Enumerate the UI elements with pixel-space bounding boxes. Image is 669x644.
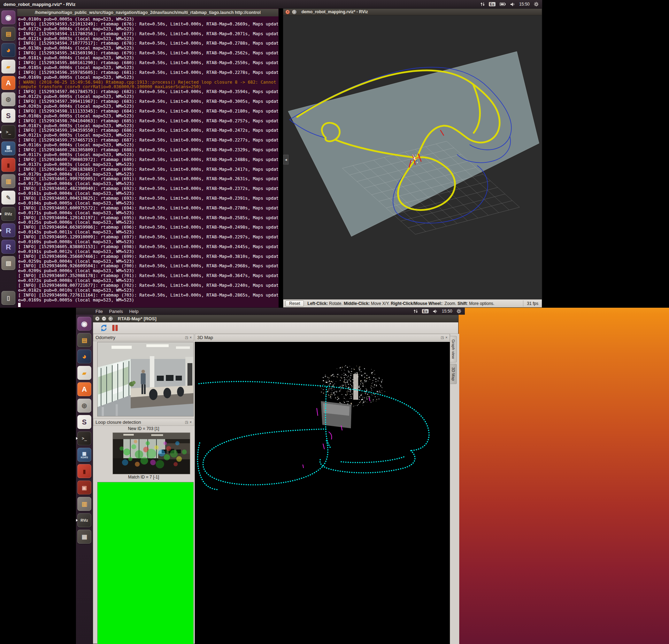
launcher-item-package-box[interactable]: ▧	[1, 256, 15, 270]
files-icon: ▤	[6, 31, 11, 37]
clock[interactable]: 15:50	[442, 309, 452, 314]
launcher-item-rviz[interactable]: RViz	[1, 207, 15, 221]
keyboard-indicator[interactable]: Es	[422, 309, 429, 313]
launcher-item-archive-cabinet[interactable]: ▥	[77, 497, 91, 511]
map3d-scene	[195, 342, 450, 644]
rviz-titlebar[interactable]: × ◻ demo_robot_mapping.rviz* - RViz	[283, 9, 542, 15]
slack-icon: S	[82, 419, 86, 426]
close-panel-icon[interactable]: ×	[190, 336, 192, 339]
software-center-icon: A	[6, 79, 11, 86]
match-id-label: Match ID = 7 [-1]	[93, 475, 194, 480]
launcher-item-slack[interactable]: S	[77, 415, 91, 429]
battery-icon[interactable]	[500, 2, 506, 6]
launcher-item-files[interactable]: ▤	[77, 333, 91, 347]
launcher-item-system-settings[interactable]: ⊛	[77, 399, 91, 413]
close-panel-icon[interactable]: ×	[190, 421, 192, 424]
launcher-item-firefox[interactable]: ◕	[77, 350, 91, 363]
launcher-item-kdiff3[interactable]: ▦KDiff3	[1, 141, 15, 155]
refresh-icon[interactable]	[100, 324, 108, 332]
session-gear-icon[interactable]	[456, 309, 461, 314]
tab-graph-view[interactable]: Graph view	[450, 336, 457, 362]
terminal-line: e=0.0125s pub=0.0006s (local map=523, WM…	[18, 220, 278, 225]
map3d-title: 3D Map	[197, 335, 213, 340]
close-button[interactable]: ×	[285, 10, 290, 14]
mouse-help-segment: : More options.	[467, 301, 494, 306]
launcher-item-libreoffice-impress[interactable]: ▰	[1, 60, 15, 74]
launcher-item-libreoffice-impress[interactable]: ▰	[77, 366, 91, 380]
float-panel-icon[interactable]: ◳	[185, 336, 188, 339]
launcher-item-ros-r-2[interactable]: R	[1, 240, 15, 254]
mouse-help-text: Left-Click: Rotate. Middle-Click: Move X…	[307, 301, 494, 306]
volume-icon[interactable]	[510, 2, 515, 7]
launcher-item-system-settings[interactable]: ⊛	[1, 92, 15, 106]
terminal-output[interactable]: e=0.0180s pub=0.0005s (local map=523, WM…	[18, 17, 278, 307]
rviz-label: RViz	[80, 519, 88, 522]
tab-3d-map[interactable]: 3D Map	[450, 364, 457, 384]
launcher-item-slack[interactable]: S	[1, 109, 15, 123]
rtabmap-toolbar	[93, 322, 458, 334]
menu-file[interactable]: File	[95, 309, 103, 314]
terminal-line: [ INFO] [1529934601.999795905]: rtabmap …	[18, 177, 278, 182]
volume-icon[interactable]	[433, 309, 438, 314]
launcher-item-text-editor[interactable]: ✎	[1, 191, 15, 205]
odometry-panel-header[interactable]: Odometry ◳×	[93, 334, 194, 341]
keyboard-indicator[interactable]: Es	[489, 2, 495, 6]
minimize-button[interactable]: −	[102, 316, 106, 321]
launcher-item-ubuntu-dash[interactable]: ◉	[1, 10, 15, 24]
running-indicator	[76, 519, 78, 522]
launcher-item-files[interactable]: ▤	[1, 27, 15, 41]
terminal-window[interactable]: /home/gnuno/tiago_public_ws/src/tiago_na…	[17, 8, 279, 308]
panel-collapse-arrow[interactable]: ◀	[283, 155, 289, 164]
terminal-line: [ INFO] [1529934598.704104063]: rtabmap …	[18, 119, 278, 124]
kdiff3-icon: ▦	[6, 145, 10, 150]
sync-arrows-icon[interactable]	[414, 309, 418, 314]
launcher-item-kdiff3[interactable]: ▦KDiff3	[77, 448, 91, 462]
wallpaper	[459, 315, 669, 644]
rtabmap-window[interactable]: × − ◻ RTAB-Map* [ROS] Odometry ◳×	[93, 315, 459, 644]
terminal-line: e=0.0172s pub=0.0004s (local map=523, WM…	[18, 27, 278, 32]
launcher-item-software-center[interactable]: A	[1, 76, 15, 90]
launcher-item-media-film[interactable]: ▩	[77, 530, 91, 544]
ubuntu-dash-icon: ◉	[81, 320, 87, 327]
menu-panels[interactable]: Panels	[109, 309, 123, 314]
session-gear-icon[interactable]	[534, 2, 539, 7]
terminal-line: [ INFO] [1529934600.790803972]: rtabmap …	[18, 158, 278, 162]
menu-help[interactable]: Help	[129, 309, 139, 314]
launcher-item-software-center[interactable]: A	[77, 382, 91, 396]
float-panel-icon[interactable]: ◳	[185, 421, 188, 424]
launcher-item-terminal[interactable]: >_	[77, 431, 91, 445]
launcher-item-ros-r-1[interactable]: R	[1, 223, 15, 237]
rtabmap-titlebar[interactable]: × − ◻ RTAB-Map* [ROS]	[93, 315, 458, 322]
odometry-camera-image	[97, 342, 194, 416]
launcher-item-ubuntu-dash[interactable]: ◉	[77, 317, 91, 331]
terminal-line: [ INFO] [1529934603.600975572]: rtabmap …	[18, 206, 278, 211]
rviz-window[interactable]: × ◻ demo_robot_mapping.rviz* - RViz	[283, 8, 542, 308]
close-button[interactable]: ×	[95, 316, 100, 321]
unmaximize-button[interactable]: ◻	[292, 10, 297, 14]
maximize-button[interactable]: ◻	[108, 316, 113, 321]
archive-cabinet-icon: ▥	[6, 178, 11, 184]
launcher-item-archive-cabinet[interactable]: ▥	[1, 174, 15, 188]
launcher-item-terminal[interactable]: >_	[1, 125, 15, 139]
clock[interactable]: 15:50	[519, 2, 530, 7]
pause-icon[interactable]	[112, 324, 118, 331]
rviz-3d-viewport[interactable]: ◀	[283, 15, 542, 299]
launcher-item-trash[interactable]: ▯	[1, 291, 15, 305]
close-panel-icon[interactable]: ×	[445, 336, 447, 339]
system-indicators-2: Es 15:50	[414, 309, 465, 314]
system-settings-icon: ⊛	[6, 96, 11, 103]
text-editor-icon: ✎	[6, 195, 11, 201]
terminal-titlebar[interactable]: /home/gnuno/tiago_public_ws/src/tiago_na…	[17, 9, 278, 16]
launcher-item-firefox[interactable]: ◕	[1, 43, 15, 57]
launcher-item-screen-share[interactable]: ▮	[1, 158, 15, 172]
launcher-item-rviz[interactable]: RViz	[77, 513, 91, 527]
loop-closure-panel-header[interactable]: Loop closure detection ◳×	[93, 419, 194, 426]
launcher-item-screen-share[interactable]: ▮	[77, 464, 91, 478]
reset-button[interactable]: Reset	[285, 300, 304, 307]
float-panel-icon[interactable]: ◳	[441, 336, 444, 339]
map3d-panel-header[interactable]: 3D Map ◳×	[195, 334, 450, 341]
launcher-item-remote-viewer[interactable]: ▣	[77, 481, 91, 495]
terminal-line: [ INFO] [1529934604.129143197]: rtabmap …	[18, 216, 278, 221]
map3d-viewport[interactable]	[195, 342, 450, 644]
sync-arrows-icon[interactable]	[480, 2, 485, 7]
